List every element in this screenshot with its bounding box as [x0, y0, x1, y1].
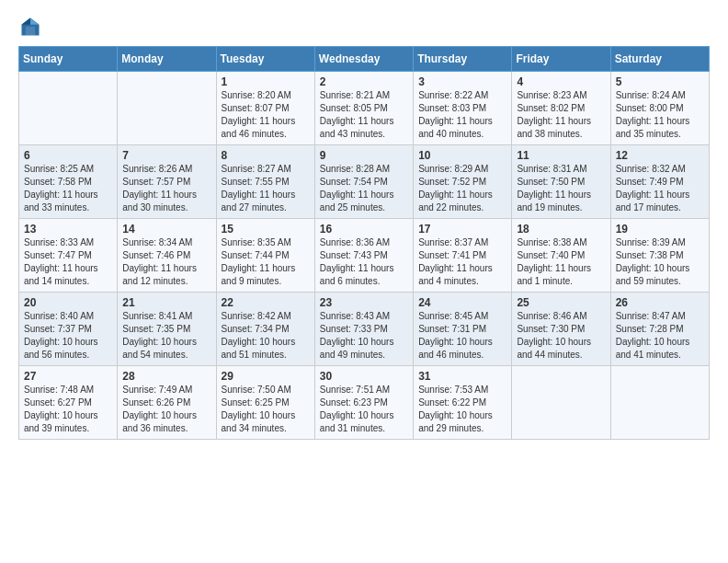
day-number: 23	[320, 296, 408, 309]
calendar-cell	[118, 72, 216, 145]
weekday-header-friday: Friday	[512, 47, 610, 72]
week-row-4: 20Sunrise: 8:40 AMSunset: 7:37 PMDayligh…	[19, 293, 710, 366]
calendar-cell: 5Sunrise: 8:24 AMSunset: 8:00 PMDaylight…	[610, 72, 709, 145]
calendar-cell: 28Sunrise: 7:49 AMSunset: 6:26 PMDayligh…	[118, 366, 216, 440]
day-info: Sunrise: 8:46 AMSunset: 7:30 PMDaylight:…	[517, 310, 605, 362]
day-info: Sunrise: 8:38 AMSunset: 7:40 PMDaylight:…	[517, 236, 605, 288]
day-number: 12	[616, 149, 704, 162]
day-info: Sunrise: 8:20 AMSunset: 8:07 PMDaylight:…	[222, 89, 310, 141]
week-row-2: 6Sunrise: 8:25 AMSunset: 7:58 PMDaylight…	[19, 145, 710, 219]
day-info: Sunrise: 8:42 AMSunset: 7:34 PMDaylight:…	[222, 310, 310, 362]
weekday-header-sunday: Sunday	[19, 47, 118, 72]
svg-marker-1	[30, 17, 40, 24]
page: SundayMondayTuesdayWednesdayThursdayFrid…	[0, 0, 728, 456]
calendar-body: 1Sunrise: 8:20 AMSunset: 8:07 PMDaylight…	[19, 72, 710, 440]
day-number: 27	[24, 370, 112, 383]
day-info: Sunrise: 8:47 AMSunset: 7:28 PMDaylight:…	[616, 310, 704, 362]
day-number: 24	[418, 296, 506, 309]
day-info: Sunrise: 7:51 AMSunset: 6:23 PMDaylight:…	[320, 384, 408, 435]
day-info: Sunrise: 8:32 AMSunset: 7:49 PMDaylight:…	[616, 163, 704, 214]
calendar-cell: 31Sunrise: 7:53 AMSunset: 6:22 PMDayligh…	[414, 366, 512, 440]
weekday-header-tuesday: Tuesday	[216, 47, 314, 72]
calendar-table: SundayMondayTuesdayWednesdayThursdayFrid…	[18, 46, 710, 440]
calendar-cell: 17Sunrise: 8:37 AMSunset: 7:41 PMDayligh…	[414, 219, 512, 293]
calendar-header: SundayMondayTuesdayWednesdayThursdayFrid…	[19, 47, 710, 72]
day-info: Sunrise: 8:39 AMSunset: 7:38 PMDaylight:…	[616, 236, 704, 288]
day-info: Sunrise: 8:25 AMSunset: 7:58 PMDaylight:…	[24, 163, 112, 214]
day-number: 11	[517, 149, 605, 162]
day-number: 9	[320, 149, 408, 162]
calendar-cell: 23Sunrise: 8:43 AMSunset: 7:33 PMDayligh…	[314, 293, 413, 366]
day-number: 1	[222, 75, 310, 88]
day-info: Sunrise: 8:34 AMSunset: 7:46 PMDaylight:…	[122, 236, 210, 288]
day-number: 2	[320, 75, 408, 88]
weekday-header-saturday: Saturday	[610, 47, 709, 72]
calendar-cell	[610, 366, 709, 440]
week-row-5: 27Sunrise: 7:48 AMSunset: 6:27 PMDayligh…	[19, 366, 710, 440]
weekday-header-thursday: Thursday	[414, 47, 512, 72]
calendar-cell: 30Sunrise: 7:51 AMSunset: 6:23 PMDayligh…	[314, 366, 413, 440]
calendar-cell: 19Sunrise: 8:39 AMSunset: 7:38 PMDayligh…	[610, 219, 709, 293]
day-info: Sunrise: 8:41 AMSunset: 7:35 PMDaylight:…	[122, 310, 210, 362]
calendar-cell: 13Sunrise: 8:33 AMSunset: 7:47 PMDayligh…	[19, 219, 118, 293]
day-info: Sunrise: 8:24 AMSunset: 8:00 PMDaylight:…	[616, 89, 704, 141]
header	[18, 17, 710, 40]
day-info: Sunrise: 8:28 AMSunset: 7:54 PMDaylight:…	[320, 163, 408, 214]
day-info: Sunrise: 8:31 AMSunset: 7:50 PMDaylight:…	[517, 163, 605, 214]
calendar-cell: 18Sunrise: 8:38 AMSunset: 7:40 PMDayligh…	[512, 219, 610, 293]
calendar-cell: 15Sunrise: 8:35 AMSunset: 7:44 PMDayligh…	[216, 219, 314, 293]
calendar-cell: 21Sunrise: 8:41 AMSunset: 7:35 PMDayligh…	[118, 293, 216, 366]
day-number: 21	[122, 296, 210, 309]
calendar-cell: 1Sunrise: 8:20 AMSunset: 8:07 PMDaylight…	[216, 72, 314, 145]
calendar-cell: 14Sunrise: 8:34 AMSunset: 7:46 PMDayligh…	[118, 219, 216, 293]
calendar-cell: 16Sunrise: 8:36 AMSunset: 7:43 PMDayligh…	[314, 219, 413, 293]
calendar-cell	[512, 366, 610, 440]
day-info: Sunrise: 7:50 AMSunset: 6:25 PMDaylight:…	[222, 384, 310, 435]
day-number: 4	[517, 75, 605, 88]
day-info: Sunrise: 8:33 AMSunset: 7:47 PMDaylight:…	[24, 236, 112, 288]
calendar-cell: 27Sunrise: 7:48 AMSunset: 6:27 PMDayligh…	[19, 366, 118, 440]
calendar-cell: 12Sunrise: 8:32 AMSunset: 7:49 PMDayligh…	[610, 145, 709, 219]
day-number: 22	[222, 296, 310, 309]
calendar-cell	[19, 72, 118, 145]
day-info: Sunrise: 8:22 AMSunset: 8:03 PMDaylight:…	[418, 89, 506, 141]
calendar-cell: 26Sunrise: 8:47 AMSunset: 7:28 PMDayligh…	[610, 293, 709, 366]
calendar-cell: 4Sunrise: 8:23 AMSunset: 8:02 PMDaylight…	[512, 72, 610, 145]
day-number: 26	[616, 296, 704, 309]
calendar-cell: 20Sunrise: 8:40 AMSunset: 7:37 PMDayligh…	[19, 293, 118, 366]
day-number: 20	[24, 296, 112, 309]
calendar-cell: 10Sunrise: 8:29 AMSunset: 7:52 PMDayligh…	[414, 145, 512, 219]
calendar-cell: 24Sunrise: 8:45 AMSunset: 7:31 PMDayligh…	[414, 293, 512, 366]
svg-rect-3	[26, 27, 35, 36]
calendar-cell: 11Sunrise: 8:31 AMSunset: 7:50 PMDayligh…	[512, 145, 610, 219]
day-number: 13	[24, 223, 112, 236]
calendar-cell: 6Sunrise: 8:25 AMSunset: 7:58 PMDaylight…	[19, 145, 118, 219]
day-info: Sunrise: 8:40 AMSunset: 7:37 PMDaylight:…	[24, 310, 112, 362]
day-number: 31	[418, 370, 506, 383]
day-number: 7	[122, 149, 210, 162]
calendar-cell: 3Sunrise: 8:22 AMSunset: 8:03 PMDaylight…	[414, 72, 512, 145]
day-info: Sunrise: 8:27 AMSunset: 7:55 PMDaylight:…	[222, 163, 310, 214]
day-info: Sunrise: 8:36 AMSunset: 7:43 PMDaylight:…	[320, 236, 408, 288]
day-number: 30	[320, 370, 408, 383]
calendar-cell: 25Sunrise: 8:46 AMSunset: 7:30 PMDayligh…	[512, 293, 610, 366]
calendar-cell: 29Sunrise: 7:50 AMSunset: 6:25 PMDayligh…	[216, 366, 314, 440]
day-number: 6	[24, 149, 112, 162]
day-number: 3	[418, 75, 506, 88]
day-info: Sunrise: 8:21 AMSunset: 8:05 PMDaylight:…	[320, 89, 408, 141]
day-info: Sunrise: 8:26 AMSunset: 7:57 PMDaylight:…	[122, 163, 210, 214]
day-number: 29	[222, 370, 310, 383]
week-row-3: 13Sunrise: 8:33 AMSunset: 7:47 PMDayligh…	[19, 219, 710, 293]
calendar-cell: 9Sunrise: 8:28 AMSunset: 7:54 PMDaylight…	[314, 145, 413, 219]
day-number: 17	[418, 223, 506, 236]
day-number: 8	[222, 149, 310, 162]
day-info: Sunrise: 8:29 AMSunset: 7:52 PMDaylight:…	[418, 163, 506, 214]
day-number: 15	[222, 223, 310, 236]
day-info: Sunrise: 8:43 AMSunset: 7:33 PMDaylight:…	[320, 310, 408, 362]
day-info: Sunrise: 8:35 AMSunset: 7:44 PMDaylight:…	[222, 236, 310, 288]
day-info: Sunrise: 7:53 AMSunset: 6:22 PMDaylight:…	[418, 384, 506, 435]
day-number: 14	[122, 223, 210, 236]
day-info: Sunrise: 8:37 AMSunset: 7:41 PMDaylight:…	[418, 236, 506, 288]
weekday-header-monday: Monday	[118, 47, 216, 72]
logo-icon	[20, 17, 40, 37]
